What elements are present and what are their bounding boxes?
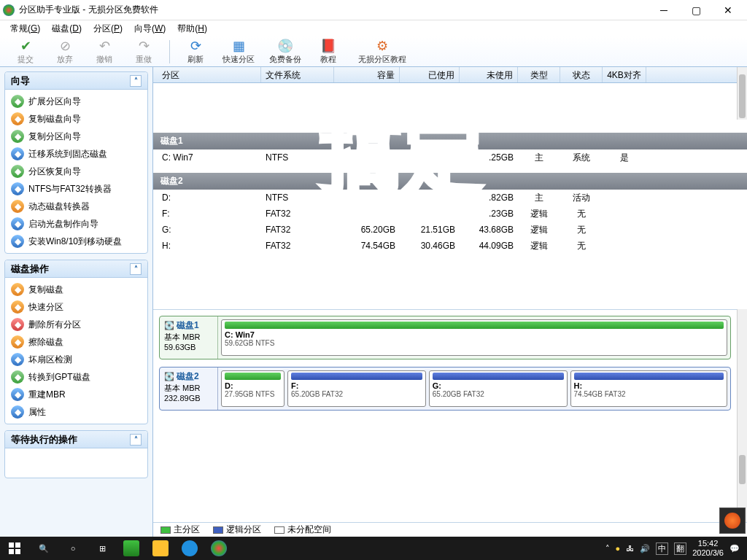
chevron-up-icon[interactable]: ˄ (130, 434, 142, 446)
taskbar-app-current[interactable] (204, 537, 233, 560)
disk-header-row[interactable]: 磁盘2 (153, 173, 747, 190)
wizard-item[interactable]: ◆复制磁盘向导 (8, 110, 144, 128)
gear-icon: ⚙ (374, 38, 390, 54)
diskop-item[interactable]: ◆擦除磁盘 (8, 333, 144, 351)
diskop-item[interactable]: ◆删除所有分区 (8, 316, 144, 333)
commit-button[interactable]: ✔提交 (7, 36, 44, 67)
wizard-item[interactable]: ◆扩展分区向导 (8, 93, 144, 110)
cortana-button[interactable]: ○ (58, 537, 88, 560)
partition-row[interactable]: D:NTFS.82GB主活动 (153, 190, 747, 206)
wizard-item[interactable]: ◆启动光盘制作向导 (8, 215, 144, 233)
wizard-item[interactable]: ◆NTFS与FAT32转换器 (8, 180, 144, 198)
disk-map-partition[interactable]: G:65.20GB FAT32 (429, 370, 568, 407)
partition-row[interactable]: H:FAT3274.54GB30.46GB44.09GB逻辑无 (153, 238, 747, 254)
disk-map-partition[interactable]: C: Win759.62GB NTFS (221, 319, 727, 356)
taskbar-app[interactable] (117, 537, 146, 560)
disk-map-partition[interactable]: H:74.54GB FAT32 (570, 370, 727, 407)
wizard-item[interactable]: ◆分区恢复向导 (8, 163, 144, 180)
col-status[interactable]: 状态 (560, 67, 603, 82)
disk-icon: 💽 (164, 372, 174, 381)
tray-security-icon[interactable]: ● (616, 544, 621, 553)
tray-chevron-icon[interactable]: ˄ (605, 544, 610, 553)
wizard-header[interactable]: 向导 ˄ (5, 72, 147, 90)
quick-partition-button[interactable]: ▦快速分区 (217, 36, 260, 67)
disk-map[interactable]: 💽磁盘2基本 MBR232.89GBD:27.95GB NTFSF:65.20G… (159, 367, 731, 411)
scrollbar[interactable] (737, 309, 747, 522)
legend-logical: 逻辑分区 (213, 524, 261, 536)
col-free[interactable]: 未使用 (460, 67, 518, 82)
col-filesystem[interactable]: 文件系统 (261, 67, 334, 82)
disk-header-row[interactable]: 磁盘1 (153, 133, 747, 149)
search-button[interactable]: 🔍 (29, 537, 58, 560)
taskbar-app[interactable] (146, 537, 175, 560)
action-label: 转换到GPT磁盘 (28, 371, 90, 384)
diskop-item[interactable]: ◆转换到GPT磁盘 (8, 368, 144, 386)
col-4k-align[interactable]: 4KB对齐 (603, 67, 646, 82)
action-icon: ◆ (11, 165, 24, 178)
undo-button[interactable]: ↶撤销 (86, 36, 123, 67)
partition-row[interactable]: F:FAT32.23GB逻辑无 (153, 206, 747, 222)
tray-volume-icon[interactable]: 🔊 (640, 544, 650, 553)
disk-map-partition[interactable]: F:65.20GB FAT32 (287, 370, 426, 407)
partition-row[interactable]: C: Win7NTFS.25GB主系统是 (153, 149, 747, 166)
menu-partition[interactable]: 分区(P) (88, 21, 128, 36)
chevron-up-icon[interactable]: ˄ (130, 75, 142, 87)
clock[interactable]: 15:42 2020/3/6 (692, 539, 724, 558)
pending-header[interactable]: 等待执行的操作 ˄ (5, 431, 147, 448)
wizard-item[interactable]: ◆安装Win8/10到移动硬盘 (8, 233, 144, 250)
diskop-item[interactable]: ◆属性 (8, 403, 144, 421)
refresh-icon: ⟳ (187, 38, 204, 54)
redo-button[interactable]: ↷重做 (125, 36, 162, 67)
diskop-item[interactable]: ◆快速分区 (8, 298, 144, 316)
wizard-item[interactable]: ◆动态磁盘转换器 (8, 198, 144, 215)
menu-general[interactable]: 常规(G) (4, 21, 46, 36)
disk-map-area: 💽磁盘1基本 MBR59.63GBC: Win759.62GB NTFS💽磁盘2… (153, 309, 737, 522)
legend-unallocated: 未分配空间 (274, 524, 331, 536)
floating-widget[interactable] (719, 508, 746, 534)
task-view-button[interactable]: ⊞ (88, 537, 117, 560)
col-partition[interactable]: 分区 (153, 67, 261, 82)
menu-wizard[interactable]: 向导(W) (128, 21, 171, 36)
action-label: 启动光盘制作向导 (28, 218, 98, 230)
maximize-button[interactable]: ▢ (680, 0, 712, 20)
diskop-item[interactable]: ◆重建MBR (8, 386, 144, 403)
disk-map[interactable]: 💽磁盘1基本 MBR59.63GBC: Win759.62GB NTFS (159, 316, 731, 359)
partition-list[interactable]: 磁盘1C: Win7NTFS.25GB主系统是磁盘2D:NTFS.82GB主活动… (153, 120, 747, 309)
diskop-item[interactable]: ◆坏扇区检测 (8, 351, 144, 368)
chevron-up-icon[interactable]: ˄ (130, 263, 142, 275)
disk-map-partition[interactable]: D:27.95GB NTFS (221, 370, 285, 407)
lossless-tutorial-button[interactable]: ⚙无损分区教程 (349, 36, 415, 67)
disk-ops-header[interactable]: 磁盘操作 ˄ (5, 260, 147, 278)
notifications-icon[interactable]: 💬 (729, 544, 740, 553)
wizard-item[interactable]: ◆复制分区向导 (8, 128, 144, 145)
minimize-button[interactable]: ─ (648, 0, 680, 20)
scrollbar[interactable] (737, 67, 747, 120)
discard-button[interactable]: ⊘放弃 (47, 36, 83, 67)
action-label: 属性 (28, 406, 46, 419)
ime-indicator[interactable]: 中 (656, 542, 668, 555)
partition-label: D: (225, 381, 281, 390)
ime-indicator[interactable]: 翻 (674, 542, 686, 555)
legend-primary: 主分区 (160, 524, 200, 536)
free-backup-button[interactable]: 💿免费备份 (263, 36, 307, 67)
start-button[interactable] (0, 537, 29, 560)
tray-network-icon[interactable]: 🖧 (626, 544, 634, 553)
taskbar-app[interactable] (175, 537, 204, 560)
discard-icon: ⊘ (57, 38, 73, 54)
menu-disk[interactable]: 磁盘(D) (46, 21, 88, 36)
disk-icon: 💽 (164, 321, 174, 330)
action-label: 复制磁盘向导 (28, 113, 81, 125)
diskop-item[interactable]: ◆复制磁盘 (8, 281, 144, 298)
action-label: 擦除磁盘 (28, 336, 63, 349)
col-used[interactable]: 已使用 (400, 67, 460, 82)
partition-table-header: 分区 文件系统 容量 已使用 未使用 类型 状态 4KB对齐 (153, 67, 737, 83)
sun-icon (724, 513, 740, 529)
partition-row[interactable]: G:FAT3265.20GB21.51GB43.68GB逻辑无 (153, 222, 747, 238)
col-capacity[interactable]: 容量 (334, 67, 400, 82)
menu-help[interactable]: 帮助(H) (171, 21, 213, 36)
refresh-button[interactable]: ⟳刷新 (177, 36, 214, 67)
close-button[interactable]: ✕ (712, 0, 744, 20)
tutorial-button[interactable]: 📕教程 (310, 36, 347, 67)
col-type[interactable]: 类型 (518, 67, 560, 82)
wizard-item[interactable]: ◆迁移系统到固态磁盘 (8, 145, 144, 163)
